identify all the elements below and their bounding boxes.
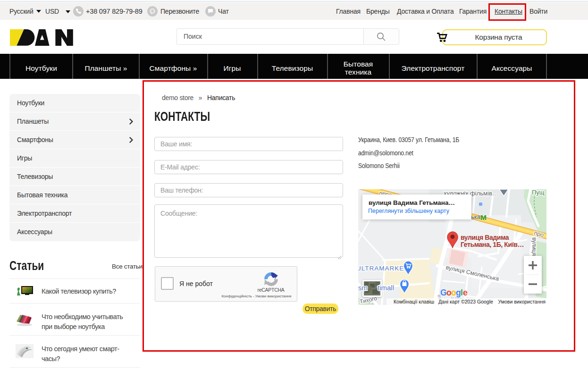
svg-text:o: o <box>446 288 451 297</box>
svg-text:М: М <box>480 213 487 221</box>
svg-text:вулиця: вулиця <box>531 237 538 256</box>
svg-text:вулиця Вадима Гетьмана…: вулиця Вадима Гетьмана… <box>369 199 455 206</box>
svg-text:g: g <box>456 288 461 297</box>
svg-text:G: G <box>440 288 446 297</box>
svg-text:вулиця Вадима: вулиця Вадима <box>461 234 509 241</box>
svg-text:e: e <box>463 288 468 297</box>
svg-text:l: l <box>461 288 462 297</box>
svg-text:Пущ: Пущ <box>532 189 545 196</box>
svg-text:Комбінації клавіш: Комбінації клавіш <box>394 299 434 304</box>
svg-text:o: o <box>451 288 456 297</box>
svg-text:Дані карт ©2023 Google: Дані карт ©2023 Google <box>438 299 493 304</box>
svg-text:timall: timall <box>378 284 394 292</box>
svg-text:sm: sm <box>358 284 368 292</box>
svg-text:ька: ька <box>471 213 481 220</box>
svg-text:Переглянути збільшену карту: Переглянути збільшену карту <box>368 208 450 214</box>
svg-text:Умови використання: Умови використання <box>498 299 546 304</box>
svg-text:Гетьмана, 1Б, Київ…: Гетьмана, 1Б, Київ… <box>461 241 524 248</box>
svg-text:ULTRAMARKET: ULTRAMARKET <box>358 265 409 272</box>
